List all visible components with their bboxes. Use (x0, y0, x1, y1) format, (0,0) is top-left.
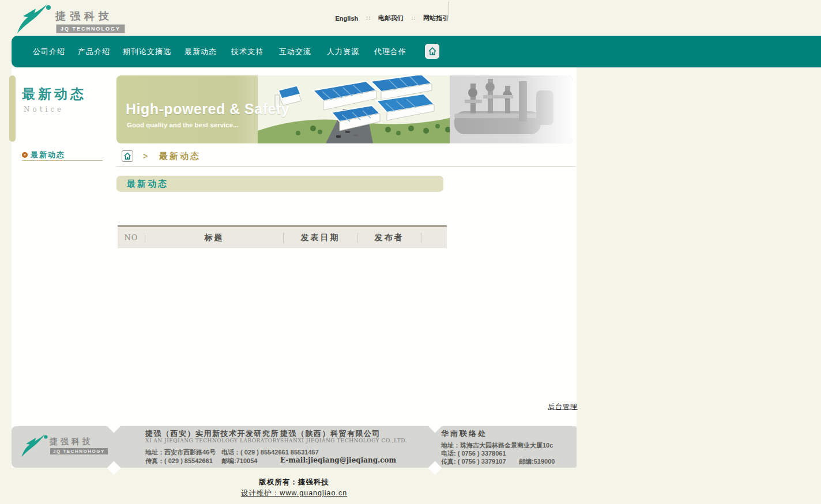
copyright-owner: 版权所有：捷强科技 (179, 478, 409, 487)
logo-tagline: JQ TECHNOLOGY (56, 24, 125, 33)
footer-org2-name-en: SHANXI JIEQIANG TECHNOLOGY CO.,LTD. (280, 438, 407, 444)
nav-home-button[interactable] (425, 44, 439, 59)
banner-headline: High-powered & Safety (126, 101, 289, 118)
site-logo[interactable]: 捷强科技 JQ TECHNOLOGY (16, 3, 137, 33)
news-table: NO 标题 发表日期 发布者 (118, 225, 447, 248)
nav-item-human-resources[interactable]: 人力资源 (327, 36, 359, 67)
arrow-bullet-icon: » (22, 152, 28, 158)
main-nav: 公司介绍 产品介绍 期刊论文摘选 最新动态 技术支持 互动交流 人力资源 代理合… (12, 36, 821, 67)
sidebar-item-label: 最新动态 (31, 150, 65, 160)
section-title: 最新动态 (127, 179, 168, 190)
page-banner: High-powered & Safety Good quality and t… (116, 75, 573, 143)
column-header-date: 发表日期 (284, 233, 357, 243)
home-icon (123, 152, 131, 160)
nav-item-agency-cooperation[interactable]: 代理合作 (374, 36, 406, 67)
logo-swoosh-icon (16, 3, 52, 35)
nav-item-latest-news[interactable]: 最新动态 (184, 36, 217, 67)
admin-link[interactable]: 后台管理 (548, 402, 578, 412)
nav-item-journal-papers[interactable]: 期刊论文摘选 (123, 36, 171, 67)
nav-item-company-profile[interactable]: 公司介绍 (33, 36, 65, 67)
footer-logo-swoosh-icon (21, 432, 48, 460)
footer-south-phone: 电话: ( 0756 ) 3378061 (441, 449, 506, 458)
sidebar-item-latest-news[interactable]: » 最新动态 (22, 150, 65, 160)
footer-phone: 电话：( 029 ) 85542661 85531457 (221, 448, 319, 457)
site-guide-link[interactable]: 网站指引 (423, 14, 449, 22)
breadcrumb-separator: > (143, 151, 148, 161)
sidebar-subtitle: Notice (24, 105, 64, 113)
logo-company-name: 捷强科技 (55, 9, 113, 23)
sidebar-accent-bar (9, 75, 16, 142)
table-header-row: NO 标题 发表日期 发布者 (118, 227, 447, 248)
header-links: English ∷ 电邮我们 ∷ 网站指引 (336, 14, 449, 22)
page: 捷强科技 JQ TECHNOLOGY English ∷ 电邮我们 ∷ 网站指引… (0, 0, 821, 504)
footer-notch (428, 461, 442, 475)
footer-logo-name: 捷强科技 (50, 437, 93, 447)
industrial-image (450, 75, 573, 143)
section-header: 最新动态 (116, 176, 443, 192)
link-separator: ∷ (366, 15, 370, 21)
nav-item-interaction[interactable]: 互动交流 (279, 36, 311, 67)
nav-item-tech-support[interactable]: 技术支持 (231, 36, 263, 67)
breadcrumb-current: 最新动态 (159, 151, 201, 162)
footer-address: 地址：西安市西影路46号 (145, 448, 216, 457)
footer-south-zip: 邮编:519000 (519, 457, 555, 466)
english-link[interactable]: English (336, 15, 359, 22)
breadcrumb-home-button[interactable] (122, 150, 133, 162)
sidebar-title: 最新动态 (22, 85, 86, 103)
breadcrumb-divider (116, 166, 575, 167)
banner-subline: Good quality and the best service... (127, 122, 239, 128)
footer-south-title: 华南联络处 (441, 429, 487, 439)
link-separator: ∷ (412, 15, 415, 21)
header-divider (449, 2, 449, 18)
column-header-title: 标题 (145, 233, 284, 243)
column-header-spacer (421, 233, 447, 243)
home-icon (428, 47, 437, 56)
footer-logo-tagline: JQ TECHNOHOGY (50, 448, 108, 454)
footer-zip: 邮编:710054 (221, 457, 257, 465)
footer-email: E-mail:jieqiang@jieqiang.com (280, 456, 396, 464)
footer: 捷强科技 JQ TECHNOHOGY 捷强（西安）实用新技术开发研究所 捷强（陕… (12, 426, 577, 468)
column-header-publisher: 发布者 (357, 233, 421, 243)
footer-south-address: 地址：珠海吉大园林路金景商业大厦10c (441, 441, 553, 450)
sidebar-item-underline (22, 160, 103, 161)
design-maintenance-link[interactable]: 设计维护：www.guangjiao.cn (241, 488, 347, 498)
footer-fax: 传真：( 029 ) 85542661 (145, 457, 213, 465)
footer-notch (107, 461, 120, 475)
column-header-no: NO (118, 233, 145, 243)
footer-org1-name-en: XI AN JIEQIANG TECHNOLOGY LABORATORY (145, 438, 280, 444)
copyright-block: 版权所有：捷强科技 设计维护：www.guangjiao.cn (179, 478, 409, 498)
email-us-link[interactable]: 电邮我们 (378, 14, 404, 22)
nav-item-products[interactable]: 产品介绍 (78, 36, 110, 67)
footer-south-fax: 传真: ( 0756 ) 3379107 (441, 457, 506, 466)
